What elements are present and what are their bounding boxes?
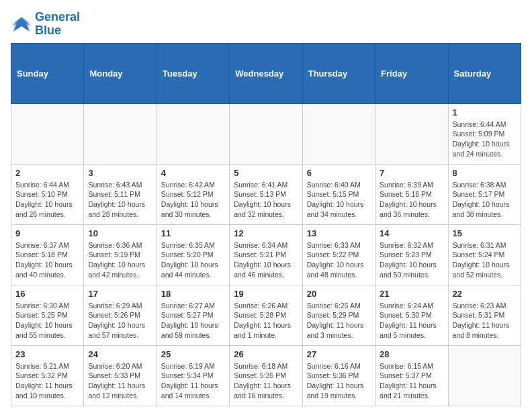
day-number: 24 xyxy=(88,349,152,359)
day-info: Sunrise: 6:21 AM Sunset: 5:32 PM Dayligh… xyxy=(15,361,79,401)
day-number: 8 xyxy=(453,168,517,178)
weekday-header: Friday xyxy=(375,43,448,103)
page-header: General Blue xyxy=(11,11,521,38)
day-info: Sunrise: 6:27 AM Sunset: 5:27 PM Dayligh… xyxy=(161,301,225,340)
day-number: 4 xyxy=(161,168,225,178)
day-number: 19 xyxy=(234,289,298,299)
day-info: Sunrise: 6:38 AM Sunset: 5:17 PM Dayligh… xyxy=(453,180,517,220)
day-info: Sunrise: 6:20 AM Sunset: 5:33 PM Dayligh… xyxy=(88,361,152,401)
calendar-cell xyxy=(230,103,302,164)
day-number: 27 xyxy=(307,349,371,359)
calendar-cell: 1Sunrise: 6:44 AM Sunset: 5:09 PM Daylig… xyxy=(448,103,521,164)
calendar-week-row: 16Sunrise: 6:30 AM Sunset: 5:25 PM Dayli… xyxy=(11,285,521,345)
calendar-week-row: 1Sunrise: 6:44 AM Sunset: 5:09 PM Daylig… xyxy=(11,103,521,164)
day-info: Sunrise: 6:29 AM Sunset: 5:26 PM Dayligh… xyxy=(88,301,152,340)
calendar-cell: 23Sunrise: 6:21 AM Sunset: 5:32 PM Dayli… xyxy=(11,345,84,406)
day-number: 1 xyxy=(453,107,517,118)
day-info: Sunrise: 6:26 AM Sunset: 5:28 PM Dayligh… xyxy=(234,301,298,340)
weekday-header: Tuesday xyxy=(157,43,229,103)
calendar-cell: 6Sunrise: 6:40 AM Sunset: 5:15 PM Daylig… xyxy=(302,164,375,224)
day-number: 11 xyxy=(161,228,225,238)
day-info: Sunrise: 6:24 AM Sunset: 5:30 PM Dayligh… xyxy=(380,301,443,340)
day-info: Sunrise: 6:44 AM Sunset: 5:09 PM Dayligh… xyxy=(453,120,517,159)
day-number: 16 xyxy=(15,289,79,299)
svg-marker-1 xyxy=(11,16,32,32)
calendar: SundayMondayTuesdayWednesdayThursdayFrid… xyxy=(11,43,521,406)
calendar-cell xyxy=(448,345,521,406)
calendar-header-row: SundayMondayTuesdayWednesdayThursdayFrid… xyxy=(11,43,521,103)
calendar-week-row: 9Sunrise: 6:37 AM Sunset: 5:18 PM Daylig… xyxy=(11,224,521,285)
calendar-cell: 25Sunrise: 6:19 AM Sunset: 5:34 PM Dayli… xyxy=(157,345,229,406)
day-info: Sunrise: 6:43 AM Sunset: 5:11 PM Dayligh… xyxy=(88,180,152,220)
calendar-cell: 18Sunrise: 6:27 AM Sunset: 5:27 PM Dayli… xyxy=(157,285,229,345)
calendar-cell: 22Sunrise: 6:23 AM Sunset: 5:31 PM Dayli… xyxy=(448,285,521,345)
calendar-cell: 20Sunrise: 6:25 AM Sunset: 5:29 PM Dayli… xyxy=(302,285,375,345)
calendar-cell xyxy=(157,103,229,164)
day-info: Sunrise: 6:44 AM Sunset: 5:10 PM Dayligh… xyxy=(15,180,79,220)
day-number: 5 xyxy=(234,168,298,178)
calendar-cell: 13Sunrise: 6:33 AM Sunset: 5:22 PM Dayli… xyxy=(302,224,375,285)
calendar-cell: 4Sunrise: 6:42 AM Sunset: 5:12 PM Daylig… xyxy=(157,164,229,224)
calendar-cell: 19Sunrise: 6:26 AM Sunset: 5:28 PM Dayli… xyxy=(230,285,302,345)
calendar-cell: 21Sunrise: 6:24 AM Sunset: 5:30 PM Dayli… xyxy=(375,285,448,345)
day-number: 23 xyxy=(15,349,79,359)
calendar-week-row: 23Sunrise: 6:21 AM Sunset: 5:32 PM Dayli… xyxy=(11,345,521,406)
calendar-cell: 9Sunrise: 6:37 AM Sunset: 5:18 PM Daylig… xyxy=(11,224,84,285)
day-info: Sunrise: 6:15 AM Sunset: 5:37 PM Dayligh… xyxy=(380,361,443,401)
day-info: Sunrise: 6:30 AM Sunset: 5:25 PM Dayligh… xyxy=(15,301,79,340)
day-number: 28 xyxy=(380,349,443,359)
day-number: 6 xyxy=(307,168,371,178)
calendar-cell xyxy=(11,103,84,164)
day-info: Sunrise: 6:41 AM Sunset: 5:13 PM Dayligh… xyxy=(234,180,298,220)
calendar-cell xyxy=(302,103,375,164)
logo-text: General Blue xyxy=(35,11,80,38)
day-number: 2 xyxy=(15,168,79,178)
day-info: Sunrise: 6:19 AM Sunset: 5:34 PM Dayligh… xyxy=(161,361,225,401)
calendar-week-row: 2Sunrise: 6:44 AM Sunset: 5:10 PM Daylig… xyxy=(11,164,521,224)
day-number: 25 xyxy=(161,349,225,359)
day-info: Sunrise: 6:34 AM Sunset: 5:21 PM Dayligh… xyxy=(234,240,298,280)
day-number: 9 xyxy=(15,228,79,238)
day-info: Sunrise: 6:33 AM Sunset: 5:22 PM Dayligh… xyxy=(307,240,371,280)
day-info: Sunrise: 6:25 AM Sunset: 5:29 PM Dayligh… xyxy=(307,301,371,340)
day-info: Sunrise: 6:36 AM Sunset: 5:19 PM Dayligh… xyxy=(88,240,152,280)
calendar-cell xyxy=(84,103,157,164)
day-number: 17 xyxy=(88,289,152,299)
logo-icon xyxy=(11,15,32,34)
day-info: Sunrise: 6:31 AM Sunset: 5:24 PM Dayligh… xyxy=(453,240,517,280)
day-number: 22 xyxy=(453,289,517,299)
day-info: Sunrise: 6:32 AM Sunset: 5:23 PM Dayligh… xyxy=(380,240,443,280)
day-info: Sunrise: 6:23 AM Sunset: 5:31 PM Dayligh… xyxy=(453,301,517,340)
calendar-cell: 14Sunrise: 6:32 AM Sunset: 5:23 PM Dayli… xyxy=(375,224,448,285)
calendar-cell xyxy=(375,103,448,164)
weekday-header: Sunday xyxy=(11,43,84,103)
weekday-header: Saturday xyxy=(448,43,521,103)
day-number: 26 xyxy=(234,349,298,359)
day-number: 18 xyxy=(161,289,225,299)
calendar-cell: 16Sunrise: 6:30 AM Sunset: 5:25 PM Dayli… xyxy=(11,285,84,345)
calendar-cell: 12Sunrise: 6:34 AM Sunset: 5:21 PM Dayli… xyxy=(230,224,302,285)
calendar-cell: 2Sunrise: 6:44 AM Sunset: 5:10 PM Daylig… xyxy=(11,164,84,224)
calendar-cell: 27Sunrise: 6:16 AM Sunset: 5:36 PM Dayli… xyxy=(302,345,375,406)
day-number: 15 xyxy=(453,228,517,238)
day-number: 3 xyxy=(88,168,152,178)
weekday-header: Thursday xyxy=(302,43,375,103)
day-number: 7 xyxy=(380,168,443,178)
calendar-cell: 26Sunrise: 6:18 AM Sunset: 5:35 PM Dayli… xyxy=(230,345,302,406)
calendar-cell: 17Sunrise: 6:29 AM Sunset: 5:26 PM Dayli… xyxy=(84,285,157,345)
day-number: 10 xyxy=(88,228,152,238)
day-number: 21 xyxy=(380,289,443,299)
day-info: Sunrise: 6:18 AM Sunset: 5:35 PM Dayligh… xyxy=(234,361,298,401)
day-info: Sunrise: 6:35 AM Sunset: 5:20 PM Dayligh… xyxy=(161,240,225,280)
weekday-header: Wednesday xyxy=(230,43,302,103)
logo: General Blue xyxy=(11,11,80,38)
day-info: Sunrise: 6:40 AM Sunset: 5:15 PM Dayligh… xyxy=(307,180,371,220)
calendar-cell: 3Sunrise: 6:43 AM Sunset: 5:11 PM Daylig… xyxy=(84,164,157,224)
calendar-cell: 8Sunrise: 6:38 AM Sunset: 5:17 PM Daylig… xyxy=(448,164,521,224)
calendar-cell: 7Sunrise: 6:39 AM Sunset: 5:16 PM Daylig… xyxy=(375,164,448,224)
calendar-cell: 24Sunrise: 6:20 AM Sunset: 5:33 PM Dayli… xyxy=(84,345,157,406)
day-info: Sunrise: 6:37 AM Sunset: 5:18 PM Dayligh… xyxy=(15,240,79,280)
day-info: Sunrise: 6:39 AM Sunset: 5:16 PM Dayligh… xyxy=(380,180,443,220)
day-info: Sunrise: 6:16 AM Sunset: 5:36 PM Dayligh… xyxy=(307,361,371,401)
calendar-cell: 10Sunrise: 6:36 AM Sunset: 5:19 PM Dayli… xyxy=(84,224,157,285)
